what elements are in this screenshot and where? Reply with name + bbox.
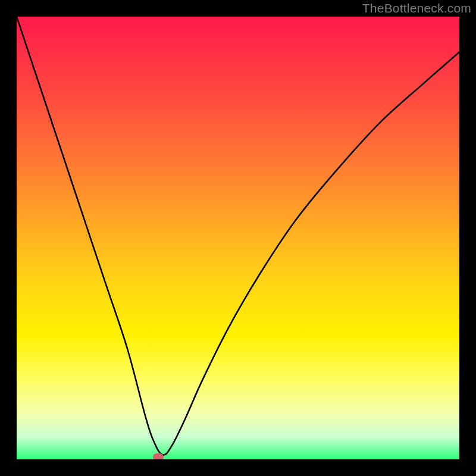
watermark-text: TheBottleneck.com [362,1,471,15]
curve-path [17,17,459,455]
optimal-point-marker [153,453,164,459]
plot-area [17,17,459,459]
bottleneck-curve [17,17,459,459]
chart-frame: TheBottleneck.com [0,0,476,476]
